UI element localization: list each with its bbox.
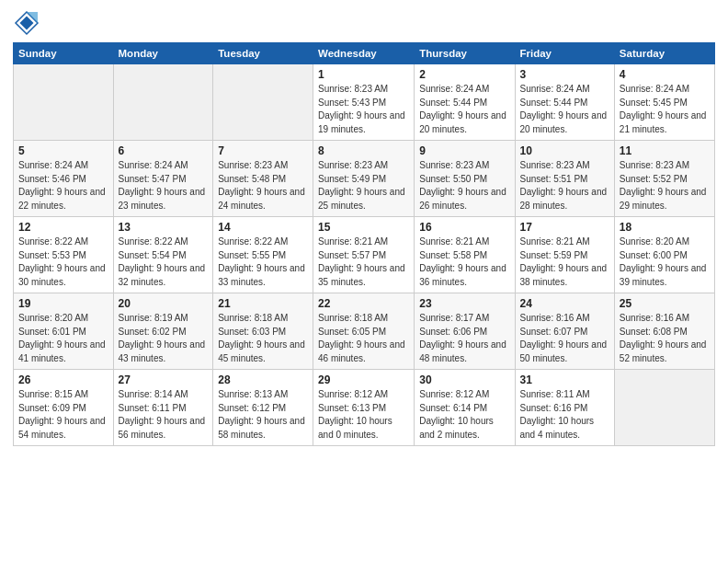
day-number: 9 (419, 144, 509, 157)
day-info: Sunrise: 8:11 AM Sunset: 6:16 PM Dayligh… (520, 388, 609, 442)
day-info: Sunrise: 8:23 AM Sunset: 5:50 PM Dayligh… (419, 159, 509, 213)
calendar-cell: 16Sunrise: 8:21 AM Sunset: 5:58 PM Dayli… (415, 217, 515, 293)
day-number: 16 (419, 221, 509, 234)
calendar-cell: 8Sunrise: 8:23 AM Sunset: 5:49 PM Daylig… (313, 141, 415, 217)
calendar-cell: 20Sunrise: 8:19 AM Sunset: 6:02 PM Dayli… (113, 293, 213, 370)
day-number: 26 (18, 373, 108, 386)
calendar-cell (113, 64, 213, 141)
day-number: 2 (419, 68, 509, 81)
logo-icon (13, 9, 40, 37)
day-number: 21 (218, 297, 308, 310)
day-number: 11 (620, 144, 710, 157)
day-info: Sunrise: 8:20 AM Sunset: 6:01 PM Dayligh… (18, 312, 108, 365)
day-number: 6 (119, 144, 209, 157)
calendar-cell: 21Sunrise: 8:18 AM Sunset: 6:03 PM Dayli… (213, 293, 313, 370)
day-info: Sunrise: 8:21 AM Sunset: 5:57 PM Dayligh… (318, 236, 409, 289)
day-info: Sunrise: 8:12 AM Sunset: 6:14 PM Dayligh… (419, 388, 509, 442)
calendar-cell: 19Sunrise: 8:20 AM Sunset: 6:01 PM Dayli… (14, 293, 114, 370)
day-number: 25 (620, 297, 710, 310)
weekday-header-friday: Friday (515, 43, 614, 64)
calendar-cell: 29Sunrise: 8:12 AM Sunset: 6:13 PM Dayli… (313, 370, 415, 446)
calendar-cell: 7Sunrise: 8:23 AM Sunset: 5:48 PM Daylig… (213, 141, 313, 217)
day-info: Sunrise: 8:23 AM Sunset: 5:51 PM Dayligh… (520, 159, 609, 213)
calendar-cell: 13Sunrise: 8:22 AM Sunset: 5:54 PM Dayli… (113, 217, 213, 293)
day-info: Sunrise: 8:13 AM Sunset: 6:12 PM Dayligh… (218, 388, 308, 442)
day-number: 31 (520, 373, 609, 386)
day-number: 28 (218, 373, 308, 386)
calendar-cell (14, 64, 114, 141)
day-number: 8 (318, 144, 409, 157)
day-info: Sunrise: 8:20 AM Sunset: 6:00 PM Dayligh… (620, 236, 710, 289)
day-number: 13 (119, 221, 209, 234)
day-number: 27 (119, 373, 209, 386)
day-number: 14 (218, 221, 308, 234)
calendar-cell: 15Sunrise: 8:21 AM Sunset: 5:57 PM Dayli… (313, 217, 415, 293)
calendar-cell (614, 370, 714, 446)
calendar-cell: 4Sunrise: 8:24 AM Sunset: 5:45 PM Daylig… (614, 64, 714, 141)
day-info: Sunrise: 8:23 AM Sunset: 5:49 PM Dayligh… (318, 159, 409, 213)
day-info: Sunrise: 8:24 AM Sunset: 5:44 PM Dayligh… (419, 83, 509, 136)
day-info: Sunrise: 8:18 AM Sunset: 6:03 PM Dayligh… (218, 312, 308, 365)
calendar-cell: 26Sunrise: 8:15 AM Sunset: 6:09 PM Dayli… (14, 370, 114, 446)
day-info: Sunrise: 8:21 AM Sunset: 5:58 PM Dayligh… (419, 236, 509, 289)
day-number: 22 (318, 297, 409, 310)
day-info: Sunrise: 8:12 AM Sunset: 6:13 PM Dayligh… (318, 388, 409, 442)
calendar-cell: 11Sunrise: 8:23 AM Sunset: 5:52 PM Dayli… (614, 141, 714, 217)
day-info: Sunrise: 8:22 AM Sunset: 5:53 PM Dayligh… (18, 236, 108, 289)
day-number: 30 (419, 373, 509, 386)
day-number: 18 (620, 221, 710, 234)
logo (13, 9, 44, 37)
calendar-cell: 18Sunrise: 8:20 AM Sunset: 6:00 PM Dayli… (614, 217, 714, 293)
day-info: Sunrise: 8:16 AM Sunset: 6:08 PM Dayligh… (620, 312, 710, 365)
day-info: Sunrise: 8:15 AM Sunset: 6:09 PM Dayligh… (18, 388, 108, 442)
calendar-cell: 2Sunrise: 8:24 AM Sunset: 5:44 PM Daylig… (415, 64, 515, 141)
weekday-header-sunday: Sunday (14, 43, 114, 64)
day-info: Sunrise: 8:24 AM Sunset: 5:47 PM Dayligh… (119, 159, 209, 213)
calendar-cell: 30Sunrise: 8:12 AM Sunset: 6:14 PM Dayli… (415, 370, 515, 446)
calendar-cell: 31Sunrise: 8:11 AM Sunset: 6:16 PM Dayli… (515, 370, 614, 446)
day-number: 4 (620, 68, 710, 81)
day-info: Sunrise: 8:19 AM Sunset: 6:02 PM Dayligh… (119, 312, 209, 365)
day-info: Sunrise: 8:17 AM Sunset: 6:06 PM Dayligh… (419, 312, 509, 365)
calendar-cell: 12Sunrise: 8:22 AM Sunset: 5:53 PM Dayli… (14, 217, 114, 293)
day-number: 17 (520, 221, 609, 234)
day-info: Sunrise: 8:24 AM Sunset: 5:45 PM Dayligh… (620, 83, 710, 136)
calendar-week-4: 19Sunrise: 8:20 AM Sunset: 6:01 PM Dayli… (14, 293, 715, 370)
calendar-cell: 3Sunrise: 8:24 AM Sunset: 5:44 PM Daylig… (515, 64, 614, 141)
calendar-cell: 5Sunrise: 8:24 AM Sunset: 5:46 PM Daylig… (14, 141, 114, 217)
weekday-header-thursday: Thursday (415, 43, 515, 64)
calendar-cell: 1Sunrise: 8:23 AM Sunset: 5:43 PM Daylig… (313, 64, 415, 141)
calendar-cell: 24Sunrise: 8:16 AM Sunset: 6:07 PM Dayli… (515, 293, 614, 370)
calendar-cell: 17Sunrise: 8:21 AM Sunset: 5:59 PM Dayli… (515, 217, 614, 293)
day-number: 24 (520, 297, 609, 310)
weekday-header-tuesday: Tuesday (213, 43, 313, 64)
day-number: 15 (318, 221, 409, 234)
day-number: 1 (318, 68, 409, 81)
day-number: 12 (18, 221, 108, 234)
day-info: Sunrise: 8:24 AM Sunset: 5:44 PM Dayligh… (520, 83, 609, 136)
day-info: Sunrise: 8:14 AM Sunset: 6:11 PM Dayligh… (119, 388, 209, 442)
day-info: Sunrise: 8:18 AM Sunset: 6:05 PM Dayligh… (318, 312, 409, 365)
calendar-cell: 23Sunrise: 8:17 AM Sunset: 6:06 PM Dayli… (415, 293, 515, 370)
calendar-week-1: 1Sunrise: 8:23 AM Sunset: 5:43 PM Daylig… (14, 64, 715, 141)
day-number: 7 (218, 144, 308, 157)
day-number: 19 (18, 297, 108, 310)
calendar-cell: 14Sunrise: 8:22 AM Sunset: 5:55 PM Dayli… (213, 217, 313, 293)
day-info: Sunrise: 8:23 AM Sunset: 5:52 PM Dayligh… (620, 159, 710, 213)
day-number: 3 (520, 68, 609, 81)
calendar-cell: 6Sunrise: 8:24 AM Sunset: 5:47 PM Daylig… (113, 141, 213, 217)
calendar-week-2: 5Sunrise: 8:24 AM Sunset: 5:46 PM Daylig… (14, 141, 715, 217)
calendar-cell (213, 64, 313, 141)
calendar-cell: 25Sunrise: 8:16 AM Sunset: 6:08 PM Dayli… (614, 293, 714, 370)
day-number: 29 (318, 373, 409, 386)
day-info: Sunrise: 8:22 AM Sunset: 5:55 PM Dayligh… (218, 236, 308, 289)
svg-marker-1 (20, 17, 34, 30)
calendar-cell: 22Sunrise: 8:18 AM Sunset: 6:05 PM Dayli… (313, 293, 415, 370)
day-info: Sunrise: 8:23 AM Sunset: 5:48 PM Dayligh… (218, 159, 308, 213)
calendar-cell: 27Sunrise: 8:14 AM Sunset: 6:11 PM Dayli… (113, 370, 213, 446)
weekday-header-row: SundayMondayTuesdayWednesdayThursdayFrid… (14, 43, 715, 64)
day-info: Sunrise: 8:23 AM Sunset: 5:43 PM Dayligh… (318, 83, 409, 136)
day-number: 23 (419, 297, 509, 310)
day-number: 20 (119, 297, 209, 310)
page: SundayMondayTuesdayWednesdayThursdayFrid… (0, 0, 728, 563)
